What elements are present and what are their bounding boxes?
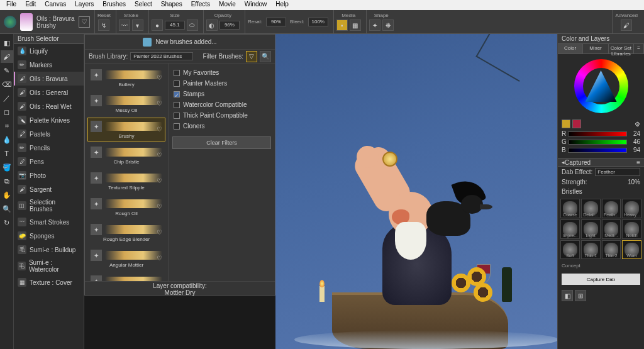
shape-2-icon[interactable]: ❋ (382, 19, 394, 31)
brush-variant-item[interactable]: ✦Buttery♡ (87, 66, 165, 90)
rgb-slider[interactable] (568, 148, 627, 153)
tool-eraser-icon[interactable]: ⌫ (1, 78, 13, 91)
bristle-preset[interactable]: Soft (560, 240, 580, 260)
brush-category-item[interactable]: 🧽Sponges (14, 229, 84, 243)
menu-file[interactable]: File (2, 0, 21, 10)
color-tab[interactable]: Mixer (583, 44, 608, 53)
tool-zoom-icon[interactable]: 🔍 (1, 202, 13, 215)
brush-category-item[interactable]: 🖊Pens (14, 155, 84, 169)
color-tab[interactable]: Color (558, 44, 583, 53)
shape-1-icon[interactable]: ✦ (369, 19, 380, 31)
brush-category-item[interactable]: ▦Texture : Cover (14, 275, 84, 289)
tool-line-icon[interactable]: ／ (1, 92, 13, 104)
bristle-preset[interactable]: Light (581, 219, 601, 239)
tool-hand-icon[interactable]: ✋ (1, 189, 13, 201)
filter-funnel-icon[interactable]: ▽ (246, 51, 257, 62)
bleed-input[interactable]: 100% (308, 18, 328, 26)
menu-select[interactable]: Select (130, 0, 157, 10)
bristle-preset[interactable]: Thin 1 (581, 240, 601, 260)
brush-category-item[interactable]: 📷Photo (14, 169, 84, 182)
opacity-icon[interactable]: ◐ (206, 19, 218, 31)
brush-variant-item[interactable]: ✦Angular Mottler♡ (87, 247, 165, 270)
brush-variant-item[interactable]: ✦Rough Edge Blender♡ (87, 221, 165, 245)
variant-favorite-icon[interactable]: ♡ (157, 229, 162, 236)
menu-layers[interactable]: Layers (70, 0, 98, 10)
brush-category-item[interactable]: 🖌Oils : Real Wet (14, 99, 84, 113)
filter-row[interactable]: Cloners (172, 121, 271, 131)
filter-checkbox[interactable] (174, 70, 180, 76)
bristle-preset[interactable]: Notch (622, 219, 641, 239)
tool-fill-icon[interactable]: 🪣 (1, 161, 13, 174)
tool-crop-icon[interactable]: ⌗ (1, 119, 13, 132)
bristle-preset[interactable]: Worn (622, 240, 641, 260)
menu-edit[interactable]: Edit (21, 0, 40, 10)
advanced-brush-icon[interactable]: 🖌 (621, 19, 632, 31)
bristle-preset[interactable]: Impre... (560, 219, 580, 239)
canvas-viewport[interactable] (275, 34, 557, 349)
filter-row[interactable]: Painter Masters (172, 78, 271, 89)
menu-shapes[interactable]: Shapes (157, 0, 187, 10)
filter-row[interactable]: Watercolor Compatible (172, 99, 271, 110)
variant-favorite-icon[interactable]: ♡ (157, 280, 162, 281)
variant-favorite-icon[interactable]: ♡ (157, 203, 162, 210)
filter-checkbox[interactable] (174, 123, 180, 130)
brush-category-item[interactable]: 🖍Pastels (14, 127, 84, 141)
filter-checkbox[interactable]: ✓ (174, 91, 180, 97)
stroke-preview-icon[interactable]: 〰 (119, 19, 130, 31)
filter-checkbox[interactable] (174, 102, 180, 108)
brush-variant-item[interactable]: ✦Brushy♡ (87, 118, 165, 141)
reset-brush-icon[interactable]: ↯ (98, 19, 109, 31)
media-paper-icon[interactable]: ▦ (350, 19, 361, 31)
filter-checkbox[interactable] (174, 80, 180, 87)
brush-category-item[interactable]: 🖌Sargent (14, 182, 84, 196)
menu-movie[interactable]: Movie (214, 0, 240, 10)
bristle-preset[interactable]: Feath... (602, 199, 621, 218)
menu-help[interactable]: Help (271, 0, 293, 10)
capture-dab-button[interactable]: Capture Dab (562, 274, 640, 285)
brush-variant-item[interactable]: ✦Mottler Dry♡ (87, 272, 165, 281)
variant-favorite-icon[interactable]: ♡ (157, 152, 162, 158)
media-color-icon[interactable]: ▪ (336, 19, 348, 31)
bristle-preset[interactable]: Detail... (581, 199, 601, 218)
filter-checkbox[interactable] (174, 113, 180, 119)
stroke-dropdown-icon[interactable]: ▾ (132, 19, 143, 31)
filter-row[interactable]: Thick Paint Compatible (172, 110, 271, 121)
color-tabs-menu-icon[interactable]: ≡ (634, 44, 644, 53)
color-wheel[interactable] (574, 59, 628, 113)
color-swatch-secondary[interactable] (572, 119, 581, 128)
size-round-icon[interactable]: ● (152, 19, 163, 31)
color-tab[interactable]: Color Set Libraries (609, 44, 634, 53)
bristle-preset[interactable]: Medi... (602, 219, 621, 239)
menu-brushes[interactable]: Brushes (98, 0, 130, 10)
tool-pen-icon[interactable]: ✎ (1, 64, 13, 77)
color-menu-icon[interactable]: ⚙ (635, 121, 640, 128)
bottom-tool-1-icon[interactable]: ◧ (562, 290, 573, 301)
variant-favorite-icon[interactable]: ♡ (157, 74, 162, 81)
brush-category-item[interactable]: 🖌Oils : Bravura (14, 72, 84, 86)
dab-effect-select[interactable]: Feather (595, 168, 640, 176)
brush-category-item[interactable]: 🖌Oils : General (14, 86, 84, 99)
menu-canvas[interactable]: Canvas (40, 0, 70, 10)
variant-favorite-icon[interactable]: ♡ (157, 126, 162, 133)
variant-favorite-icon[interactable]: ♡ (157, 177, 162, 184)
bristle-preset[interactable]: Thin 2 (602, 240, 621, 260)
brush-variant-item[interactable]: ✦Textured Stipple♡ (87, 169, 165, 193)
brush-category-item[interactable]: 〰Smart Strokes (14, 215, 84, 229)
brush-category-item[interactable]: ✏Markers (14, 58, 84, 72)
brush-category-item[interactable]: ◫Selection Brushes (14, 196, 84, 215)
bottom-tool-2-icon[interactable]: ⊞ (575, 290, 586, 301)
resat-input[interactable]: 90% (266, 18, 286, 26)
brush-variant-item[interactable]: ✦Chip Bristle♡ (87, 143, 165, 167)
filter-row[interactable]: ✓Stamps (172, 89, 271, 99)
tool-rotate-icon[interactable]: ↻ (1, 216, 13, 229)
tool-eyedropper-icon[interactable]: 💧 (1, 133, 13, 146)
variant-favorite-icon[interactable]: ♡ (157, 100, 162, 107)
bristle-preset[interactable]: Heavy... (622, 199, 641, 218)
menu-window[interactable]: Window (240, 0, 272, 10)
rgb-slider[interactable] (568, 131, 627, 136)
brush-variant-item[interactable]: ✦Rough Oil♡ (87, 195, 165, 219)
current-brush-icon[interactable] (20, 13, 33, 31)
brush-category-item[interactable]: 毛Sumi-e : Watercolor (14, 257, 84, 275)
brush-variant-item[interactable]: ✦Messy Oil♡ (87, 92, 165, 116)
tool-dropper-icon[interactable]: ◧ (1, 36, 13, 49)
